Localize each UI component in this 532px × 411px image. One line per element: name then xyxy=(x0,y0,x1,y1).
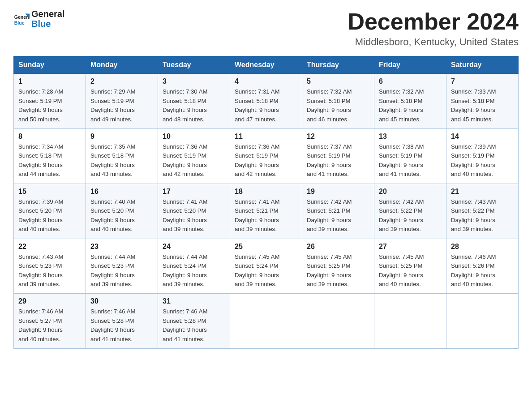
weekday-header-tuesday: Tuesday xyxy=(158,56,230,74)
day-number: 24 xyxy=(163,243,225,251)
day-info: Sunrise: 7:32 AMSunset: 5:18 PMDaylight:… xyxy=(379,87,442,124)
day-info: Sunrise: 7:43 AMSunset: 5:23 PMDaylight:… xyxy=(18,253,81,289)
weekday-header-monday: Monday xyxy=(86,56,158,74)
day-info: Sunrise: 7:46 AMSunset: 5:26 PMDaylight:… xyxy=(451,253,514,289)
day-info: Sunrise: 7:33 AMSunset: 5:18 PMDaylight:… xyxy=(451,87,514,124)
day-number: 4 xyxy=(235,77,297,86)
calendar-day-cell xyxy=(302,294,374,349)
day-number: 21 xyxy=(451,188,514,196)
day-info: Sunrise: 7:45 AMSunset: 5:25 PMDaylight:… xyxy=(379,253,442,289)
day-number: 19 xyxy=(307,188,369,196)
calendar-day-cell: 4Sunrise: 7:31 AMSunset: 5:18 PMDaylight… xyxy=(230,74,302,129)
calendar-day-cell: 2Sunrise: 7:29 AMSunset: 5:19 PMDaylight… xyxy=(86,74,158,129)
day-info: Sunrise: 7:34 AMSunset: 5:18 PMDaylight:… xyxy=(18,142,81,179)
calendar-day-cell: 28Sunrise: 7:46 AMSunset: 5:26 PMDayligh… xyxy=(446,239,519,294)
calendar-week-row: 29Sunrise: 7:46 AMSunset: 5:27 PMDayligh… xyxy=(14,294,519,349)
calendar-day-cell: 9Sunrise: 7:35 AMSunset: 5:18 PMDaylight… xyxy=(86,129,158,184)
calendar-week-row: 15Sunrise: 7:39 AMSunset: 5:20 PMDayligh… xyxy=(14,184,519,239)
calendar-day-cell: 14Sunrise: 7:39 AMSunset: 5:19 PMDayligh… xyxy=(446,129,519,184)
page-header: General Blue General Blue December 2024 … xyxy=(13,9,519,48)
calendar-day-cell: 15Sunrise: 7:39 AMSunset: 5:20 PMDayligh… xyxy=(14,184,86,239)
day-number: 13 xyxy=(379,133,442,141)
day-info: Sunrise: 7:35 AMSunset: 5:18 PMDaylight:… xyxy=(90,142,153,179)
day-number: 7 xyxy=(451,77,514,86)
day-number: 27 xyxy=(379,243,442,251)
svg-text:Blue: Blue xyxy=(14,20,25,26)
calendar-day-cell: 3Sunrise: 7:30 AMSunset: 5:18 PMDaylight… xyxy=(158,74,230,129)
day-info: Sunrise: 7:46 AMSunset: 5:28 PMDaylight:… xyxy=(90,307,153,344)
day-number: 11 xyxy=(235,133,297,141)
location-title: Middlesboro, Kentucky, United States xyxy=(348,36,519,48)
logo-blue-text: Blue xyxy=(31,19,64,29)
day-number: 26 xyxy=(307,243,369,251)
weekday-header-friday: Friday xyxy=(374,56,446,74)
calendar-day-cell: 13Sunrise: 7:38 AMSunset: 5:19 PMDayligh… xyxy=(374,129,446,184)
calendar-day-cell: 6Sunrise: 7:32 AMSunset: 5:18 PMDaylight… xyxy=(374,74,446,129)
calendar-day-cell: 29Sunrise: 7:46 AMSunset: 5:27 PMDayligh… xyxy=(14,294,86,349)
calendar-day-cell: 1Sunrise: 7:28 AMSunset: 5:19 PMDaylight… xyxy=(14,74,86,129)
calendar-day-cell: 18Sunrise: 7:41 AMSunset: 5:21 PMDayligh… xyxy=(230,184,302,239)
day-info: Sunrise: 7:45 AMSunset: 5:24 PMDaylight:… xyxy=(235,253,297,289)
day-number: 15 xyxy=(18,188,81,196)
day-number: 14 xyxy=(451,133,514,141)
day-number: 10 xyxy=(163,133,225,141)
day-info: Sunrise: 7:31 AMSunset: 5:18 PMDaylight:… xyxy=(235,87,297,124)
day-info: Sunrise: 7:30 AMSunset: 5:18 PMDaylight:… xyxy=(163,87,225,124)
calendar-week-row: 22Sunrise: 7:43 AMSunset: 5:23 PMDayligh… xyxy=(14,239,519,294)
day-number: 22 xyxy=(18,243,81,251)
calendar-day-cell: 30Sunrise: 7:46 AMSunset: 5:28 PMDayligh… xyxy=(86,294,158,349)
day-info: Sunrise: 7:42 AMSunset: 5:21 PMDaylight:… xyxy=(307,197,369,234)
day-info: Sunrise: 7:41 AMSunset: 5:20 PMDaylight:… xyxy=(163,197,225,234)
calendar-day-cell: 11Sunrise: 7:36 AMSunset: 5:19 PMDayligh… xyxy=(230,129,302,184)
day-number: 8 xyxy=(18,133,81,141)
day-number: 30 xyxy=(90,297,153,305)
day-info: Sunrise: 7:39 AMSunset: 5:19 PMDaylight:… xyxy=(451,142,514,179)
day-info: Sunrise: 7:43 AMSunset: 5:22 PMDaylight:… xyxy=(451,197,514,234)
calendar-day-cell: 8Sunrise: 7:34 AMSunset: 5:18 PMDaylight… xyxy=(14,129,86,184)
month-title: December 2024 xyxy=(348,9,519,34)
calendar-day-cell: 12Sunrise: 7:37 AMSunset: 5:19 PMDayligh… xyxy=(302,129,374,184)
calendar-body: 1Sunrise: 7:28 AMSunset: 5:19 PMDaylight… xyxy=(14,74,519,349)
calendar-week-row: 8Sunrise: 7:34 AMSunset: 5:18 PMDaylight… xyxy=(14,129,519,184)
calendar-week-row: 1Sunrise: 7:28 AMSunset: 5:19 PMDaylight… xyxy=(14,74,519,129)
weekday-header-thursday: Thursday xyxy=(302,56,374,74)
day-info: Sunrise: 7:36 AMSunset: 5:19 PMDaylight:… xyxy=(235,142,297,179)
calendar-day-cell: 21Sunrise: 7:43 AMSunset: 5:22 PMDayligh… xyxy=(446,184,519,239)
calendar-day-cell: 24Sunrise: 7:44 AMSunset: 5:24 PMDayligh… xyxy=(158,239,230,294)
calendar-header-row: SundayMondayTuesdayWednesdayThursdayFrid… xyxy=(14,56,519,74)
calendar-day-cell: 5Sunrise: 7:32 AMSunset: 5:18 PMDaylight… xyxy=(302,74,374,129)
logo: General Blue General Blue xyxy=(13,9,64,29)
day-info: Sunrise: 7:45 AMSunset: 5:25 PMDaylight:… xyxy=(307,253,369,289)
calendar-day-cell: 23Sunrise: 7:44 AMSunset: 5:23 PMDayligh… xyxy=(86,239,158,294)
day-info: Sunrise: 7:37 AMSunset: 5:19 PMDaylight:… xyxy=(307,142,369,179)
day-number: 28 xyxy=(451,243,514,251)
day-info: Sunrise: 7:29 AMSunset: 5:19 PMDaylight:… xyxy=(90,87,153,124)
calendar-day-cell: 17Sunrise: 7:41 AMSunset: 5:20 PMDayligh… xyxy=(158,184,230,239)
weekday-header-wednesday: Wednesday xyxy=(230,56,302,74)
day-number: 12 xyxy=(307,133,369,141)
day-info: Sunrise: 7:42 AMSunset: 5:22 PMDaylight:… xyxy=(379,197,442,234)
day-number: 18 xyxy=(235,188,297,196)
day-number: 5 xyxy=(307,77,369,86)
calendar-day-cell: 10Sunrise: 7:36 AMSunset: 5:19 PMDayligh… xyxy=(158,129,230,184)
day-number: 31 xyxy=(163,297,225,305)
day-info: Sunrise: 7:41 AMSunset: 5:21 PMDaylight:… xyxy=(235,197,297,234)
calendar-day-cell: 31Sunrise: 7:46 AMSunset: 5:28 PMDayligh… xyxy=(158,294,230,349)
day-number: 3 xyxy=(163,77,225,86)
calendar-day-cell: 22Sunrise: 7:43 AMSunset: 5:23 PMDayligh… xyxy=(14,239,86,294)
day-info: Sunrise: 7:36 AMSunset: 5:19 PMDaylight:… xyxy=(163,142,225,179)
day-info: Sunrise: 7:38 AMSunset: 5:19 PMDaylight:… xyxy=(379,142,442,179)
day-number: 17 xyxy=(163,188,225,196)
calendar-day-cell xyxy=(446,294,519,349)
day-info: Sunrise: 7:44 AMSunset: 5:23 PMDaylight:… xyxy=(90,253,153,289)
calendar-day-cell: 7Sunrise: 7:33 AMSunset: 5:18 PMDaylight… xyxy=(446,74,519,129)
day-info: Sunrise: 7:40 AMSunset: 5:20 PMDaylight:… xyxy=(90,197,153,234)
day-number: 6 xyxy=(379,77,442,86)
weekday-header-sunday: Sunday xyxy=(14,56,86,74)
generalblue-logo-icon: General Blue xyxy=(13,11,30,27)
calendar-day-cell: 26Sunrise: 7:45 AMSunset: 5:25 PMDayligh… xyxy=(302,239,374,294)
calendar-day-cell: 25Sunrise: 7:45 AMSunset: 5:24 PMDayligh… xyxy=(230,239,302,294)
calendar-day-cell xyxy=(374,294,446,349)
day-number: 20 xyxy=(379,188,442,196)
day-info: Sunrise: 7:39 AMSunset: 5:20 PMDaylight:… xyxy=(18,197,81,234)
